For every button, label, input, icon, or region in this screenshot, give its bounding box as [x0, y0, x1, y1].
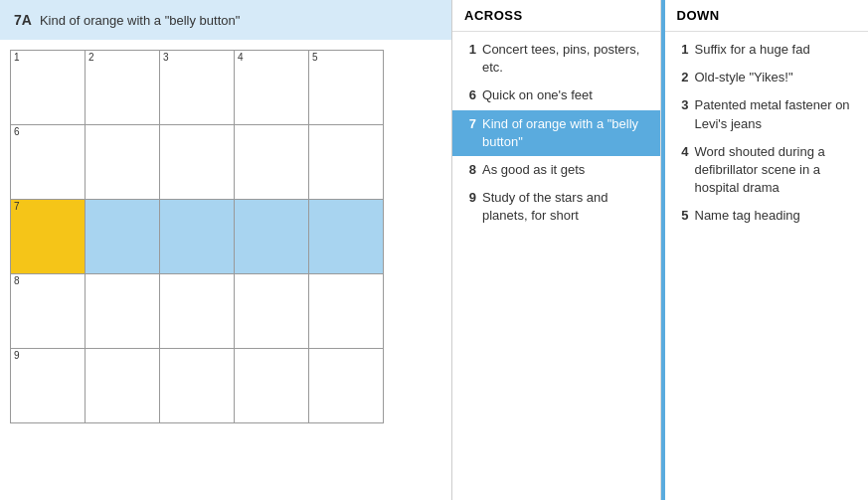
cell-r1c3[interactable]: [235, 125, 309, 200]
cell-r1c0[interactable]: 6: [11, 125, 86, 200]
down-clue-1[interactable]: 1Suffix for a huge fad: [665, 36, 869, 64]
crossword-grid: 123456789: [10, 50, 384, 423]
cell-r2c1[interactable]: [86, 200, 160, 274]
clue-num-across-1: 1: [462, 41, 476, 77]
clue-text-across-8: As good as it gets: [482, 161, 650, 179]
crossword-panel: 7A Kind of orange with a "belly button" …: [0, 0, 452, 500]
clue-num-down-3: 3: [675, 96, 689, 132]
cell-r0c3[interactable]: 4: [235, 51, 309, 125]
across-clue-6[interactable]: 6Quick on one's feet: [452, 82, 660, 109]
cell-number-r1c0: 6: [14, 127, 20, 137]
clues-section: ACROSS 1Concert tees, pins, posters, etc…: [452, 0, 868, 500]
cell-r4c2[interactable]: [160, 349, 235, 423]
across-clue-7[interactable]: 7Kind of orange with a "belly button": [452, 110, 660, 156]
clue-text-across-9: Study of the stars and planets, for shor…: [482, 189, 650, 225]
cell-r4c3[interactable]: [235, 349, 309, 423]
active-clue-header: 7A Kind of orange with a "belly button": [0, 0, 451, 40]
cell-r2c3[interactable]: [235, 200, 309, 274]
cell-r4c0[interactable]: 9: [11, 349, 86, 423]
cell-number-r0c0: 1: [14, 53, 20, 63]
down-title: DOWN: [665, 0, 869, 32]
cell-r2c4[interactable]: [309, 200, 384, 274]
clue-num-down-4: 4: [675, 143, 689, 198]
cell-number-r0c2: 3: [163, 53, 169, 63]
clue-text-down-3: Patented metal fastener on Levi's jeans: [695, 96, 859, 132]
cell-r3c1[interactable]: [86, 274, 160, 349]
cell-number-r0c3: 4: [238, 53, 244, 63]
across-panel: ACROSS 1Concert tees, pins, posters, etc…: [452, 0, 661, 500]
clue-num-down-2: 2: [675, 69, 689, 86]
active-clue-number: 7A: [14, 12, 32, 28]
across-clue-1[interactable]: 1Concert tees, pins, posters, etc.: [452, 36, 660, 82]
cell-r2c0[interactable]: 7: [11, 200, 86, 274]
across-list: 1Concert tees, pins, posters, etc.6Quick…: [452, 32, 660, 500]
cell-r0c2[interactable]: 3: [160, 51, 235, 125]
cell-number-r0c1: 2: [88, 53, 94, 63]
cell-number-r3c0: 8: [14, 276, 20, 286]
clue-num-across-6: 6: [462, 86, 476, 104]
down-clue-3[interactable]: 3Patented metal fastener on Levi's jeans: [665, 91, 869, 137]
down-clue-4[interactable]: 4Word shouted during a defibrillator sce…: [665, 138, 869, 203]
cell-r3c4[interactable]: [309, 274, 384, 349]
clue-text-across-6: Quick on one's feet: [482, 86, 650, 104]
down-panel: DOWN 1Suffix for a huge fad2Old-style "Y…: [661, 0, 869, 500]
grid-container: 123456789: [0, 40, 451, 500]
across-clue-9[interactable]: 9Study of the stars and planets, for sho…: [452, 184, 660, 230]
cell-r4c1[interactable]: [86, 349, 160, 423]
down-list: 1Suffix for a huge fad2Old-style "Yikes!…: [665, 32, 869, 500]
across-clue-8[interactable]: 8As good as it gets: [452, 156, 660, 184]
clue-num-across-9: 9: [462, 189, 476, 225]
cell-r0c1[interactable]: 2: [86, 51, 160, 125]
clue-num-across-7: 7: [462, 115, 476, 151]
clue-num-down-5: 5: [675, 207, 689, 225]
clue-text-down-1: Suffix for a huge fad: [695, 41, 859, 59]
cell-r3c3[interactable]: [235, 274, 309, 349]
cell-r1c1[interactable]: [86, 125, 160, 200]
clue-text-down-5: Name tag heading: [695, 207, 859, 225]
cell-r2c2[interactable]: [160, 200, 235, 274]
cell-number-r0c4: 5: [312, 53, 318, 63]
cell-number-r4c0: 9: [14, 351, 20, 361]
clue-num-across-8: 8: [462, 161, 476, 179]
cell-r1c2[interactable]: [160, 125, 235, 200]
active-clue-text: Kind of orange with a "belly button": [40, 13, 240, 28]
clue-text-down-4: Word shouted during a defibrillator scen…: [695, 143, 859, 198]
down-clue-5[interactable]: 5Name tag heading: [665, 202, 869, 230]
cell-r3c2[interactable]: [160, 274, 235, 349]
clue-text-across-1: Concert tees, pins, posters, etc.: [482, 41, 650, 77]
across-title: ACROSS: [452, 0, 660, 32]
cell-r4c4[interactable]: [309, 349, 384, 423]
cell-r3c0[interactable]: 8: [11, 274, 86, 349]
cell-r1c4[interactable]: [309, 125, 384, 200]
cell-number-r2c0: 7: [14, 202, 20, 212]
clue-num-down-1: 1: [675, 41, 689, 59]
clue-text-across-7: Kind of orange with a "belly button": [482, 115, 650, 151]
cell-r0c0[interactable]: 1: [11, 51, 86, 125]
down-clue-2[interactable]: 2Old-style "Yikes!": [665, 64, 869, 91]
cell-r0c4[interactable]: 5: [309, 51, 384, 125]
clue-text-down-2: Old-style "Yikes!": [695, 69, 859, 86]
